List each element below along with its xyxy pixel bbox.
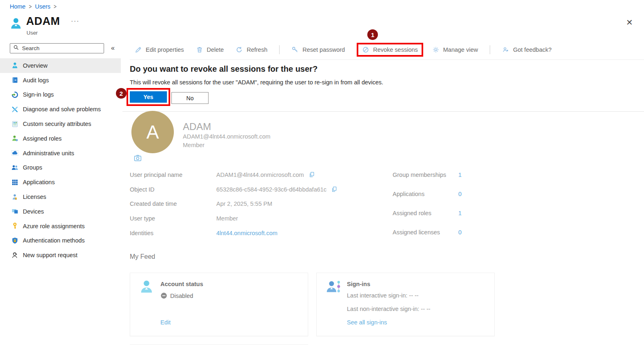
sidebar-item-devices[interactable]: Devices <box>0 204 121 219</box>
no-button[interactable]: No <box>171 92 209 104</box>
group-memberships-count[interactable]: 1 <box>458 172 462 178</box>
breadcrumb-home[interactable]: Home <box>10 3 26 10</box>
page-title: ADAM <box>26 15 60 28</box>
card-title: Account status <box>160 281 203 287</box>
applications-count[interactable]: 0 <box>458 191 462 197</box>
account-status-value: Disabled <box>170 293 193 299</box>
sidebar-item-label: Groups <box>23 164 42 171</box>
feedback-person-icon <box>502 46 509 53</box>
annotation-step-2: 2 <box>116 88 127 99</box>
toolbar-rule <box>130 60 644 60</box>
book-icon <box>11 76 19 84</box>
collapse-sidebar-button[interactable]: « <box>111 44 115 52</box>
avatar: A <box>131 111 174 153</box>
last-interactive-sign-in: Last interactive sign-in: -- -- <box>347 292 419 299</box>
yes-highlight-box: 2 Yes <box>127 88 170 106</box>
sidebar-item-authentication-methods[interactable]: Authentication methods <box>0 234 121 248</box>
person-icon <box>11 62 19 69</box>
person-role-icon <box>11 134 19 142</box>
sidebar-item-applications[interactable]: Applications <box>0 175 121 190</box>
sidebar-item-label: Administrative units <box>23 150 74 156</box>
sidebar-item-groups[interactable]: Groups <box>0 161 121 175</box>
refresh-button[interactable]: Refresh <box>235 46 267 53</box>
sidebar-item-assigned-roles[interactable]: Assigned roles <box>0 131 121 146</box>
delete-button[interactable]: Delete <box>196 46 224 53</box>
block-icon <box>362 46 369 53</box>
breadcrumb: Home > Users > <box>10 3 57 10</box>
sign-ins-card: Sign-ins Last interactive sign-in: -- --… <box>316 273 495 336</box>
trash-icon <box>196 46 203 53</box>
page-subtitle: User <box>27 30 38 36</box>
see-all-sign-ins-link[interactable]: See all sign-ins <box>347 319 387 326</box>
last-non-interactive-sign-in: Last non-interactive sign-in: -- -- <box>347 306 431 312</box>
sidebar-item-custom-security-attributes[interactable]: Custom security attributes <box>0 117 121 131</box>
chevron-right-icon: > <box>54 3 57 10</box>
sidebar-item-label: Devices <box>23 208 44 215</box>
assigned-roles-count[interactable]: 1 <box>458 210 462 216</box>
attributes-document-icon <box>11 120 19 128</box>
tools-icon <box>11 106 19 113</box>
edit-properties-button[interactable]: Edit properties <box>135 46 184 53</box>
disabled-minus-icon <box>160 292 167 299</box>
sidebar-item-label: Licenses <box>23 194 46 200</box>
reset-password-button[interactable]: Reset password <box>291 46 345 53</box>
sidebar-item-new-support-request[interactable]: New support request <box>0 248 121 262</box>
section-divider <box>122 111 644 112</box>
sign-ins-icon <box>325 278 341 295</box>
search-icon <box>13 44 19 52</box>
edit-link[interactable]: Edit <box>160 319 171 326</box>
user-avatar-icon <box>9 16 23 33</box>
grid-icon <box>11 179 19 186</box>
cloud-icon <box>11 149 19 157</box>
chevron-right-icon: > <box>29 3 32 10</box>
sidebar-item-diagnose[interactable]: Diagnose and solve problems <box>0 102 121 117</box>
sign-in-arrow-icon <box>11 91 19 99</box>
profile-upn: ADAM1@4lnt44.onmicrosoft.com <box>183 133 271 140</box>
search-input[interactable] <box>22 45 101 51</box>
sidebar-item-label: Audit logs <box>23 77 49 84</box>
refresh-icon <box>235 46 243 53</box>
sidebar-item-label: Azure role assignments <box>23 223 85 229</box>
sidebar-nav: Overview Audit logs Sign-in logs Diagnos… <box>0 58 121 262</box>
manage-view-button[interactable]: Manage view <box>432 46 478 53</box>
sidebar-item-label: Applications <box>23 179 55 185</box>
property-row: Created date time Apr 2, 2025, 5:55 PM <box>130 197 358 212</box>
sidebar: « Overview Audit logs Sign-in logs Diagn… <box>0 43 121 262</box>
next-card-edge <box>130 344 308 345</box>
property-row: User principal name ADAM1@4lnt44.onmicro… <box>130 167 358 182</box>
profile-name: ADAM <box>183 121 211 132</box>
sidebar-item-overview[interactable]: Overview <box>0 58 121 73</box>
sidebar-item-licenses[interactable]: Licenses <box>0 190 121 204</box>
copy-icon[interactable] <box>331 186 338 193</box>
pencil-icon <box>135 46 142 53</box>
stat-row: Applications 0 <box>393 185 462 204</box>
key-icon <box>11 222 19 230</box>
sidebar-item-label: Assigned roles <box>23 135 62 142</box>
copy-icon[interactable] <box>309 171 315 178</box>
revoke-sessions-highlight-box: 1 Revoke sessions <box>357 43 423 57</box>
command-bar: Edit properties Delete Refresh Reset pas… <box>135 42 564 57</box>
toolbar-divider <box>490 45 490 54</box>
identities-link[interactable]: 4lnt44.onmicrosoft.com <box>216 230 278 236</box>
camera-icon[interactable] <box>134 154 142 161</box>
assigned-licenses-count[interactable]: 0 <box>458 229 462 236</box>
close-icon[interactable]: ✕ <box>626 18 633 27</box>
revoke-sessions-button[interactable]: Revoke sessions <box>362 46 418 53</box>
search-box[interactable] <box>10 43 104 53</box>
sidebar-item-label: Overview <box>23 62 47 69</box>
more-menu-button[interactable]: ··· <box>71 17 80 24</box>
license-person-icon <box>11 193 19 201</box>
yes-button[interactable]: Yes <box>130 91 167 103</box>
sidebar-item-sign-in-logs[interactable]: Sign-in logs <box>0 88 121 102</box>
annotation-step-1: 1 <box>367 29 378 40</box>
sidebar-item-label: Authentication methods <box>23 237 85 244</box>
sidebar-item-administrative-units[interactable]: Administrative units <box>0 146 121 161</box>
card-title: Sign-ins <box>347 281 370 287</box>
breadcrumb-users[interactable]: Users <box>35 3 51 10</box>
sidebar-item-audit-logs[interactable]: Audit logs <box>0 73 121 88</box>
sidebar-item-azure-role-assignments[interactable]: Azure role assignments <box>0 219 121 234</box>
person-icon <box>138 278 155 295</box>
devices-icon <box>11 207 19 215</box>
got-feedback-button[interactable]: Got feedback? <box>502 46 551 53</box>
sidebar-item-label: Custom security attributes <box>23 121 91 127</box>
